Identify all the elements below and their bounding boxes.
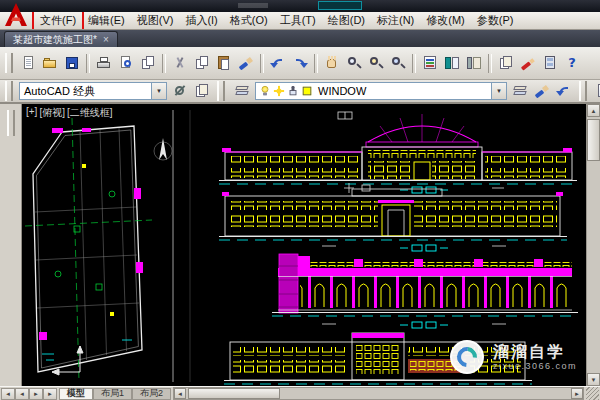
horizontal-scroll-thumb[interactable]	[188, 388, 280, 399]
redo-icon	[292, 55, 308, 71]
toolbar-grip[interactable]	[5, 53, 13, 73]
close-tab-icon[interactable]: ×	[103, 35, 109, 45]
vertical-scroll-thumb[interactable]	[587, 119, 600, 161]
toolbar-grip[interactable]	[579, 81, 587, 101]
docked-tool-button-1[interactable]	[593, 79, 600, 103]
resize-corner	[586, 387, 599, 400]
chevron-down-icon[interactable]: ▼	[491, 83, 506, 99]
sun-icon	[272, 84, 286, 98]
calc-icon	[542, 55, 558, 71]
plot-preview-button[interactable]	[115, 51, 137, 75]
menu-dimension[interactable]: 标注(N)	[371, 12, 420, 29]
designcenter-button[interactable]	[441, 51, 463, 75]
workspace-combobox[interactable]: AutoCAD 经典 ▼	[19, 82, 167, 100]
next-tab-button[interactable]: ►	[29, 388, 43, 400]
save-workspace-button[interactable]	[191, 79, 213, 103]
cut-button[interactable]	[169, 51, 191, 75]
workspace-settings-button[interactable]	[169, 79, 191, 103]
menu-modify[interactable]: 修改(M)	[420, 12, 471, 29]
viewport-view-control[interactable]: [俯视]	[39, 106, 65, 120]
section-marker-1	[400, 187, 448, 193]
autocad-logo-icon[interactable]	[2, 1, 30, 28]
drawing-file-tab[interactable]: 某超市建筑施工图* ×	[4, 31, 118, 47]
scroll-down-icon[interactable]: ▼	[587, 373, 600, 386]
preview-icon	[118, 55, 134, 71]
redo-button[interactable]	[289, 51, 311, 75]
toolbar-grip[interactable]	[5, 81, 13, 101]
layer-states-manager-button[interactable]	[509, 79, 531, 103]
infocenter-box[interactable]	[318, 1, 362, 10]
watermark-logo-icon	[450, 340, 484, 374]
prev-tab-button[interactable]: ◄	[15, 388, 29, 400]
layout2-tab[interactable]: 布局2	[132, 388, 171, 400]
scroll-up-icon[interactable]: ▲	[587, 104, 600, 117]
sheets-icon	[194, 83, 210, 99]
zoom-window-button[interactable]	[365, 51, 387, 75]
layers-icon	[512, 83, 528, 99]
horizontal-scrollbar[interactable]: ◄ ►	[173, 387, 584, 400]
menu-draw[interactable]: 绘图(D)	[322, 12, 371, 29]
menu-edit[interactable]: 编辑(E)	[82, 12, 131, 29]
layer-freeze-toggle[interactable]	[272, 83, 286, 99]
brush-icon	[238, 55, 254, 71]
pencil-icon	[520, 55, 536, 71]
toolbar-grip[interactable]	[217, 81, 225, 101]
viewport-label: [+][俯视][二维线框]	[26, 106, 113, 120]
plot-button[interactable]	[93, 51, 115, 75]
layer-lock-toggle[interactable]	[286, 83, 300, 99]
properties-button[interactable]	[419, 51, 441, 75]
make-object-layer-current-button[interactable]	[531, 79, 553, 103]
floor-plan-view	[25, 118, 152, 381]
help-button[interactable]	[561, 51, 583, 75]
swatch-icon	[300, 84, 314, 98]
section-marker-3	[400, 322, 448, 328]
layer-previous-button[interactable]	[553, 79, 575, 103]
sheet-set-manager-button[interactable]	[495, 51, 517, 75]
layer-color-swatch[interactable]	[300, 83, 314, 99]
titlebar-remnant	[238, 3, 268, 8]
open-button[interactable]	[39, 51, 61, 75]
menu-view[interactable]: 视图(V)	[131, 12, 180, 29]
save-button[interactable]	[61, 51, 83, 75]
last-tab-button[interactable]: ►	[43, 388, 57, 400]
quickcalc-button[interactable]	[539, 51, 561, 75]
chevron-down-icon[interactable]: ▼	[151, 83, 166, 99]
page-icon	[20, 55, 36, 71]
qnew-button[interactable]	[17, 51, 39, 75]
elevation-view-2	[219, 189, 567, 240]
viewport-controls-menu[interactable]: [+]	[26, 106, 37, 120]
markup-button[interactable]	[517, 51, 539, 75]
publish-button[interactable]	[137, 51, 159, 75]
tool-palettes-button[interactable]	[463, 51, 485, 75]
pages-icon	[140, 55, 156, 71]
pan-button[interactable]	[321, 51, 343, 75]
layer-on-toggle[interactable]	[258, 83, 272, 99]
viewport-visual-style-control[interactable]: [二维线框]	[67, 106, 113, 120]
layer-combobox[interactable]: WINDOW ▼	[255, 82, 507, 100]
layout-tab-nav: ◄◄►►	[1, 388, 57, 400]
zoom-previous-button[interactable]	[387, 51, 409, 75]
menu-file[interactable]: 文件(F)	[34, 12, 82, 29]
scroll-left-icon[interactable]: ◄	[174, 388, 186, 399]
copy-icon	[194, 55, 210, 71]
layer-properties-manager-button[interactable]	[231, 79, 253, 103]
paste-button[interactable]	[213, 51, 235, 75]
menu-format[interactable]: 格式(O)	[224, 12, 274, 29]
undo-button[interactable]	[267, 51, 289, 75]
first-tab-button[interactable]: ◄	[1, 388, 15, 400]
drawing-canvas[interactable]: [+][俯视][二维线框] 溜溜自学 zixue.3066.com	[22, 104, 586, 386]
vertical-scrollbar[interactable]: ▲ ▼	[586, 104, 600, 386]
menu-tools[interactable]: 工具(T)	[274, 12, 322, 29]
north-arrow-icon	[154, 138, 172, 160]
scroll-right-icon[interactable]: ►	[571, 388, 583, 399]
copy-button[interactable]	[191, 51, 213, 75]
zoom-realtime-button[interactable]	[343, 51, 365, 75]
layer-manager-button-group	[231, 79, 253, 103]
model-tab[interactable]: 模型	[59, 388, 93, 400]
watermark-text: 溜溜自学 zixue.3066.com	[493, 343, 577, 372]
menu-insert[interactable]: 插入(I)	[179, 12, 223, 29]
layout1-tab[interactable]: 布局1	[93, 388, 132, 400]
match-properties-button[interactable]	[235, 51, 257, 75]
menu-parametric[interactable]: 参数(P)	[471, 12, 520, 29]
standard-toolbar	[0, 47, 600, 80]
